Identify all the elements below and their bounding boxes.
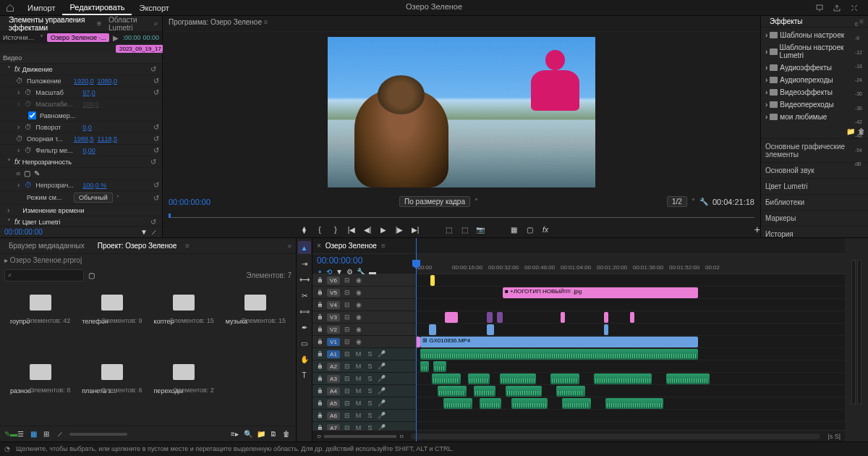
type-tool[interactable]: T xyxy=(298,368,311,381)
blend-mode-select[interactable]: Обычный xyxy=(74,193,113,203)
audio-track[interactable] xyxy=(416,410,845,422)
resolution-select[interactable]: 1/2 xyxy=(667,196,687,207)
anchor-y[interactable]: 1118,5 xyxy=(98,135,118,143)
bin-item[interactable]: коптерЭлементов: 15 xyxy=(151,289,217,352)
razor-tool[interactable]: ✂ xyxy=(298,289,311,302)
bin-item[interactable]: телефонЭлементов: 9 xyxy=(79,289,145,352)
antiflicker-value[interactable]: 0,00 xyxy=(82,147,95,154)
timeline-zoom-out[interactable]: ○ xyxy=(317,432,321,440)
bin-item[interactable]: разноеЭлементов: 8 xyxy=(7,358,73,422)
panel-tab[interactable]: Библиотеки xyxy=(761,195,868,211)
ripple-edit-tool[interactable]: ⟷ xyxy=(298,273,311,286)
fx-lumetri[interactable]: Цвет Lumetri xyxy=(22,219,148,226)
tab-lumetri-scopes[interactable]: Области Lumetri xyxy=(104,14,150,33)
auto-match-icon[interactable]: ≡▸ xyxy=(231,430,239,439)
audio-track[interactable] xyxy=(416,360,845,373)
position-y[interactable]: 1080,0 xyxy=(98,77,118,85)
bin-item[interactable]: планета з...Элементов: 6 xyxy=(79,358,145,422)
video-track-header[interactable]: V3⊟ xyxy=(312,311,416,324)
go-to-in-icon[interactable]: |◀ xyxy=(346,224,357,235)
bin-item[interactable]: музыкаЭлементов: 15 xyxy=(223,289,289,352)
search-bin-icon[interactable]: ▢ xyxy=(88,271,95,279)
go-to-out-icon[interactable]: ▶| xyxy=(410,224,420,235)
video-track-header[interactable]: V5⊟ xyxy=(312,287,416,299)
new-bin-icon[interactable]: 📁 xyxy=(846,127,855,135)
search-input[interactable] xyxy=(4,269,84,282)
audio-track-header[interactable]: A4⊟MS🎤 xyxy=(312,385,416,397)
lift-icon[interactable]: ⬚ xyxy=(443,224,454,235)
icon-view-icon[interactable]: ▦ xyxy=(30,430,39,439)
position-x[interactable]: 1920,0 xyxy=(74,77,94,85)
tab-export[interactable]: Экспорт xyxy=(132,1,176,14)
ec-timecode[interactable]: 00:00:00:00 xyxy=(4,228,43,236)
timeline-zoom-slider[interactable] xyxy=(324,435,396,438)
video-track-header[interactable]: V6⊟ xyxy=(312,274,416,287)
extract-icon[interactable]: ⬚ xyxy=(459,224,469,235)
fx-button[interactable]: fx xyxy=(540,224,550,235)
comparison-icon[interactable]: ▦ xyxy=(509,224,519,235)
slip-tool[interactable]: ⟺ xyxy=(298,305,311,318)
bin-item[interactable]: гоупроЭлементов: 42 xyxy=(7,289,73,352)
opacity-value[interactable]: 100,0 % xyxy=(82,182,106,189)
audio-track[interactable] xyxy=(416,348,845,360)
fx-motion[interactable]: Движение xyxy=(22,66,148,73)
fullscreen-icon[interactable] xyxy=(849,3,859,13)
mark-out-icon[interactable]: } xyxy=(331,224,341,235)
effects-folder[interactable]: ›Шаблоны настроек Lumetri xyxy=(761,41,868,62)
find-icon[interactable]: 🔍 xyxy=(244,430,252,439)
effects-folder[interactable]: ›Видеопереходы xyxy=(761,98,868,111)
hand-tool[interactable]: ✋ xyxy=(298,352,311,366)
effects-folder[interactable]: ›Видеоэффекты xyxy=(761,86,868,98)
program-timecode[interactable]: 00:00:00:00 xyxy=(169,198,210,206)
audio-track-header[interactable]: A1⊟MS🎤 xyxy=(312,348,416,360)
share-icon[interactable] xyxy=(832,3,842,13)
video-track[interactable] xyxy=(416,274,845,287)
panel-tab[interactable]: Маркеры xyxy=(761,211,868,227)
freeform-icon[interactable]: ✎▬ xyxy=(4,430,13,439)
tab-effect-controls[interactable]: Элементы управления эффектами xyxy=(4,14,94,33)
add-marker-icon[interactable]: ⧫ xyxy=(299,224,309,235)
step-back-icon[interactable]: ◀| xyxy=(362,224,373,235)
effects-folder[interactable]: ›мои любимые xyxy=(761,111,868,123)
tab-edit[interactable]: Редактировать xyxy=(62,1,132,15)
audio-track-header[interactable]: A2⊟MS🎤 xyxy=(312,360,416,373)
tab-project[interactable]: Проект: Озеро Зеленое xyxy=(93,240,182,251)
play-icon[interactable]: ▶ xyxy=(378,224,388,235)
video-track-header[interactable]: V1⊟ xyxy=(312,336,416,348)
list-view-icon[interactable]: ☰ xyxy=(17,430,26,439)
home-icon[interactable] xyxy=(0,0,20,16)
export-frame-icon[interactable]: 📷 xyxy=(475,224,485,235)
bin-item[interactable]: переходыЭлементов: 2 xyxy=(151,358,217,422)
panel-tab[interactable]: Основной звук xyxy=(761,163,868,179)
chevron-down-icon[interactable]: ˅ xyxy=(38,34,45,42)
safe-margins-icon[interactable]: ▢ xyxy=(524,224,535,235)
uniform-scale-checkbox[interactable] xyxy=(28,111,36,119)
effects-folder[interactable]: ›Шаблоны настроек xyxy=(761,29,868,41)
program-scrub-bar[interactable] xyxy=(169,209,754,218)
pen-tool[interactable]: ✒ xyxy=(298,321,311,334)
audio-track[interactable] xyxy=(416,397,845,410)
wrench-icon[interactable]: 🔧 xyxy=(699,198,708,206)
audio-track[interactable] xyxy=(416,373,845,385)
sort-icon[interactable]: ⟋ xyxy=(56,430,65,439)
rect-mask-icon[interactable]: ▢ xyxy=(24,169,30,177)
fx-time-remap[interactable]: Изменение времени xyxy=(22,207,156,214)
video-track-header[interactable]: V4⊟ xyxy=(312,299,416,311)
tab-import[interactable]: Импорт xyxy=(20,1,62,14)
timeline-timecode[interactable]: 00:00:00:00 xyxy=(317,256,412,266)
selection-tool[interactable]: ▲ xyxy=(298,241,311,254)
audio-track[interactable] xyxy=(416,385,845,397)
scale-value[interactable]: 97,0 xyxy=(82,89,95,96)
step-forward-icon[interactable]: |▶ xyxy=(394,224,404,235)
quick-export-icon[interactable] xyxy=(814,3,825,13)
filter-icon[interactable]: ▼ xyxy=(140,228,148,236)
audio-track-header[interactable]: A6⊟MS🎤 xyxy=(312,410,416,422)
stopwatch-icon[interactable]: ⏱ xyxy=(16,77,23,85)
audio-track-header[interactable]: A7⊟MS🎤 xyxy=(312,422,416,430)
video-track[interactable] xyxy=(416,299,845,311)
panel-tab[interactable]: Цвет Lumetri xyxy=(761,179,868,195)
freeform-view-icon[interactable]: ⊞ xyxy=(43,430,52,439)
mark-in-icon[interactable]: { xyxy=(315,224,325,235)
button-editor-icon[interactable]: + xyxy=(754,224,760,235)
ellipse-mask-icon[interactable]: ○ xyxy=(16,169,20,177)
